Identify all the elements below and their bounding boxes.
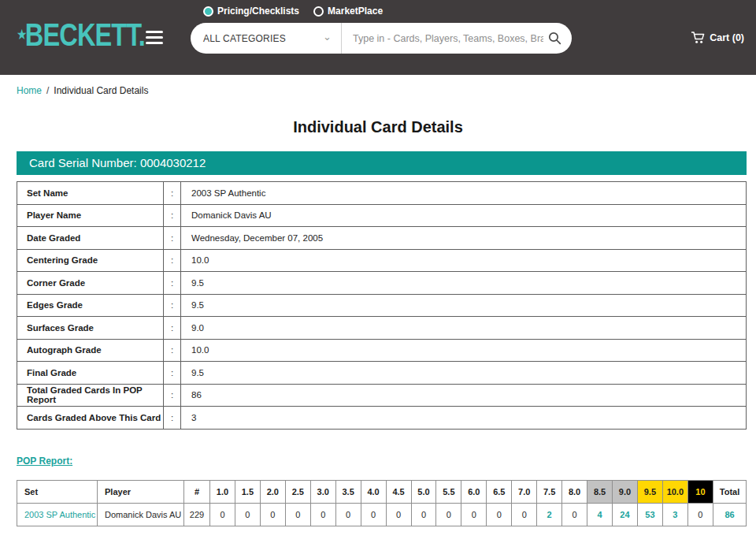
pop-col-5-5: 5.5 <box>436 480 461 503</box>
pop-col-set: Set <box>17 480 98 503</box>
detail-value: 9.5 <box>181 362 747 385</box>
pop-cell-1-5: 0 <box>235 503 260 526</box>
detail-row-0: Set Name:2003 SP Authentic <box>17 182 747 205</box>
detail-colon: : <box>164 182 181 205</box>
pop-col-8-5: 8.5 <box>587 480 613 503</box>
page-title: Individual Card Details <box>0 118 756 136</box>
mode-option-label: Pricing/Checklists <box>217 6 299 17</box>
radio-selected-icon[interactable] <box>203 6 213 17</box>
pop-cell-8-5[interactable]: 4 <box>587 503 613 526</box>
detail-row-2: Date Graded:Wednesday, December 07, 2005 <box>17 227 747 250</box>
detail-label: Edges Grade <box>17 294 164 317</box>
detail-label: Surfaces Grade <box>17 317 164 340</box>
pop-col-player: Player <box>98 480 184 503</box>
detail-value: 9.0 <box>181 317 747 340</box>
detail-row-3: Centering Grade:10.0 <box>17 249 747 272</box>
detail-label: Set Name <box>17 182 164 205</box>
pop-col-2-5: 2.5 <box>285 480 310 503</box>
pop-col-6-0: 6.0 <box>461 480 487 503</box>
detail-value: 9.5 <box>181 272 747 295</box>
hamburger-menu-icon[interactable] <box>146 31 163 44</box>
detail-label: Cards Graded Above This Card <box>17 407 164 430</box>
pop-col-4-5: 4.5 <box>386 480 411 503</box>
pop-cell-7-5[interactable]: 2 <box>537 503 562 526</box>
pop-col-2-0: 2.0 <box>260 480 285 503</box>
pop-cell-4-0: 0 <box>361 503 386 526</box>
pop-cell-8-0: 0 <box>562 503 587 526</box>
detail-row-5: Edges Grade:9.5 <box>17 294 747 317</box>
breadcrumb-current: Individual Card Details <box>54 85 148 96</box>
detail-colon: : <box>164 407 181 430</box>
detail-colon: : <box>164 317 181 340</box>
pop-cell-5-5: 0 <box>436 503 461 526</box>
cart-button[interactable]: Cart (0) <box>691 31 744 44</box>
pop-col-10: 10 <box>687 480 713 503</box>
search-icon[interactable] <box>548 32 561 45</box>
detail-colon: : <box>164 339 181 362</box>
breadcrumb-home-link[interactable]: Home <box>17 85 42 96</box>
detail-value: 3 <box>181 407 747 430</box>
pop-col-3-5: 3.5 <box>335 480 361 503</box>
pop-header-row: SetPlayer#1.01.52.02.53.03.54.04.55.05.5… <box>17 480 747 503</box>
detail-value: 10.0 <box>181 339 747 362</box>
detail-row-1: Player Name:Domanick Davis AU <box>17 204 747 227</box>
search-bar: ALL CATEGORIES ⌄ <box>191 23 572 54</box>
detail-label: Final Grade <box>17 362 164 385</box>
cart-label: Cart (0) <box>710 32 744 43</box>
pop-cell-total[interactable]: 86 <box>713 503 747 526</box>
beckett-logo[interactable]: ★BECKETT. <box>17 17 145 59</box>
detail-label: Corner Grade <box>17 272 164 295</box>
pop-cell-5-0: 0 <box>411 503 436 526</box>
mode-toggle-group: Pricing/Checklists MarketPlace <box>203 6 383 17</box>
pop-col-7-0: 7.0 <box>512 480 537 503</box>
detail-row-7: Autograph Grade:10.0 <box>17 339 747 362</box>
pop-col-9-5: 9.5 <box>637 480 662 503</box>
pop-cell-10-0[interactable]: 3 <box>662 503 687 526</box>
breadcrumb: Home / Individual Card Details <box>17 85 756 96</box>
top-header: ★BECKETT. Pricing/Checklists MarketPlace… <box>0 0 756 75</box>
radio-unselected-icon[interactable] <box>313 6 324 17</box>
main-content: Home / Individual Card Details Individua… <box>0 85 756 526</box>
pop-col-1-5: 1.5 <box>235 480 260 503</box>
category-dropdown-value: ALL CATEGORIES <box>203 33 286 44</box>
pop-col-6-5: 6.5 <box>487 480 512 503</box>
pop-cell-3-5: 0 <box>335 503 361 526</box>
pop-cell-10: 0 <box>687 503 713 526</box>
card-details-body: Set Name:2003 SP AuthenticPlayer Name:Do… <box>17 182 747 430</box>
pop-col--: # <box>184 480 210 503</box>
detail-label: Date Graded <box>17 227 164 250</box>
detail-row-9: Total Graded Cards In POP Report:86 <box>17 384 747 407</box>
detail-value: Domanick Davis AU <box>181 204 747 227</box>
detail-value: Wednesday, December 07, 2005 <box>181 227 747 250</box>
mode-option-pricing-checklists[interactable]: Pricing/Checklists <box>203 6 299 17</box>
pop-cell-set[interactable]: 2003 SP Authentic <box>17 503 98 526</box>
detail-colon: : <box>164 204 181 227</box>
pop-report-link[interactable]: POP Report: <box>17 456 72 467</box>
pop-cell-9-0[interactable]: 24 <box>613 503 638 526</box>
detail-colon: : <box>164 384 181 407</box>
chevron-down-icon: ⌄ <box>323 32 332 42</box>
pop-cell-6-5: 0 <box>487 503 512 526</box>
category-dropdown[interactable]: ALL CATEGORIES ⌄ <box>191 23 341 54</box>
detail-colon: : <box>164 362 181 385</box>
pop-cell--: 229 <box>184 503 210 526</box>
breadcrumb-separator: / <box>46 85 49 96</box>
pop-col-3-0: 3.0 <box>310 480 335 503</box>
pop-report-table: SetPlayer#1.01.52.02.53.03.54.04.55.05.5… <box>17 480 747 526</box>
detail-label: Autograph Grade <box>17 339 164 362</box>
detail-row-10: Cards Graded Above This Card:3 <box>17 407 747 430</box>
pop-cell-9-5[interactable]: 53 <box>637 503 662 526</box>
pop-cell-1-0: 0 <box>210 503 235 526</box>
detail-value: 2003 SP Authentic <box>181 182 747 205</box>
detail-value: 10.0 <box>181 249 747 272</box>
detail-colon: : <box>164 227 181 250</box>
star-icon: ★ <box>17 27 27 43</box>
search-input[interactable] <box>342 33 548 44</box>
cart-icon <box>691 31 706 44</box>
pop-col-total: Total <box>713 480 747 503</box>
detail-row-6: Surfaces Grade:9.0 <box>17 317 747 340</box>
detail-value: 86 <box>181 384 747 407</box>
pop-col-7-5: 7.5 <box>537 480 562 503</box>
detail-label: Total Graded Cards In POP Report <box>17 384 164 407</box>
mode-option-marketplace[interactable]: MarketPlace <box>313 6 383 17</box>
